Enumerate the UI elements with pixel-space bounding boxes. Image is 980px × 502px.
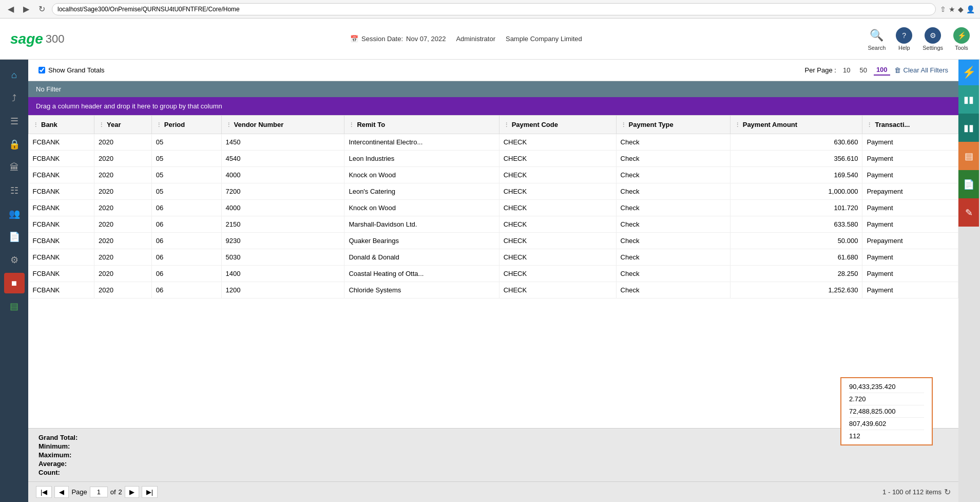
browser-profile-button[interactable]: 👤 xyxy=(966,5,975,13)
cell-amount: 169.540 xyxy=(730,167,862,183)
cell-amount: 1,252.630 xyxy=(730,282,862,299)
refresh-button[interactable]: ↻ xyxy=(36,3,48,15)
cell-vendor: 1200 xyxy=(221,282,344,299)
panel-button-4[interactable]: 📄 xyxy=(958,170,979,198)
help-button[interactable]: ? Help xyxy=(896,27,912,51)
totals-box: 90,433,235.420 2.720 72,488,825.000 807,… xyxy=(840,377,933,445)
sidebar-item-lock[interactable]: 🔒 xyxy=(4,134,25,155)
browser-star-button[interactable]: ★ xyxy=(949,5,955,13)
sidebar-item-users[interactable]: 👥 xyxy=(4,203,25,224)
tools-icon: ⚡ xyxy=(953,27,970,44)
sidebar-item-document[interactable]: 📄 xyxy=(4,227,25,247)
cell-bank: FCBANK xyxy=(29,233,94,249)
table-row[interactable]: FCBANK 2020 05 4540 Leon Industries CHEC… xyxy=(29,151,958,167)
cell-period: 05 xyxy=(151,183,221,200)
panel-button-2[interactable]: ▮▮ xyxy=(958,114,979,142)
table-container[interactable]: ⋮Bank ⋮Year ⋮Period ⋮Vendor Number ⋮Remi… xyxy=(28,115,958,428)
logo: sage 300 xyxy=(10,31,65,47)
browser-bar: ◀ ▶ ↻ ⇧ ★ ◆ 👤 xyxy=(0,0,980,18)
settings-button[interactable]: ⚙ Settings xyxy=(923,27,943,51)
cell-bank: FCBANK xyxy=(29,249,94,266)
totals-box-row-count: 112 xyxy=(849,430,924,442)
per-page-label: Per Page : xyxy=(805,66,836,74)
table-row[interactable]: FCBANK 2020 06 9230 Quaker Bearings CHEC… xyxy=(29,233,958,249)
panel-button-3[interactable]: ▤ xyxy=(958,142,979,170)
table-row[interactable]: FCBANK 2020 06 1400 Coastal Heating of O… xyxy=(29,266,958,282)
sidebar-item-menu[interactable]: ☰ xyxy=(4,111,25,132)
refresh-table-button[interactable]: ↻ xyxy=(944,487,951,497)
table-row[interactable]: FCBANK 2020 06 5030 Donald & Donald CHEC… xyxy=(29,249,958,266)
page-input[interactable] xyxy=(90,487,108,497)
table-row[interactable]: FCBANK 2020 05 4000 Knock on Wood CHECK … xyxy=(29,167,958,183)
cell-type: Check xyxy=(616,249,730,266)
browser-ext-button[interactable]: ◆ xyxy=(958,5,964,13)
cell-code: CHECK xyxy=(499,249,616,266)
col-payment-code[interactable]: ⋮Payment Code xyxy=(499,116,616,134)
first-page-button[interactable]: |◀ xyxy=(36,486,52,498)
col-payment-amount[interactable]: ⋮Payment Amount xyxy=(730,116,862,134)
tools-button[interactable]: ⚡ Tools xyxy=(953,27,970,51)
cell-type: Check xyxy=(616,167,730,183)
address-bar[interactable] xyxy=(52,3,936,15)
cell-year: 2020 xyxy=(94,183,151,200)
sidebar-item-settings2[interactable]: ⚙ xyxy=(4,250,25,270)
sidebar-item-bank[interactable]: 🏛 xyxy=(4,157,25,178)
show-totals-checkbox-label[interactable]: Show Grand Totals xyxy=(39,66,105,74)
cell-code: CHECK xyxy=(499,266,616,282)
sidebar-item-red[interactable]: ■ xyxy=(4,273,25,293)
sidebar-item-navigate[interactable]: ⤴ xyxy=(4,88,25,108)
browser-share-button[interactable]: ⇧ xyxy=(940,5,946,13)
cell-bank: FCBANK xyxy=(29,183,94,200)
sidebar-item-chart[interactable]: ▤ xyxy=(4,296,25,317)
drag-handle-period: ⋮ xyxy=(156,122,162,128)
lightning-side-button[interactable]: ⚡ xyxy=(958,60,979,85)
cell-period: 05 xyxy=(151,134,221,151)
per-page-50-button[interactable]: 50 xyxy=(857,65,869,75)
forward-button[interactable]: ▶ xyxy=(21,3,32,15)
per-page-100-button[interactable]: 100 xyxy=(874,65,890,76)
table-row[interactable]: FCBANK 2020 05 1450 Intercontinental Ele… xyxy=(29,134,958,151)
show-totals-checkbox[interactable] xyxy=(39,67,45,73)
next-page-button[interactable]: ▶ xyxy=(125,486,139,498)
cell-code: CHECK xyxy=(499,151,616,167)
cell-period: 05 xyxy=(151,151,221,167)
panel-button-1[interactable]: ▮▮ xyxy=(958,85,979,114)
app-header: sage 300 📅 Session Date: Nov 07, 2022 Ad… xyxy=(0,18,980,60)
sidebar-item-home[interactable]: ⌂ xyxy=(4,65,25,85)
cell-year: 2020 xyxy=(94,200,151,216)
settings-label: Settings xyxy=(923,45,943,51)
clear-filters-button[interactable]: 🗑 Clear All Filters xyxy=(894,66,948,74)
table-row[interactable]: FCBANK 2020 06 2150 Marshall-Davidson Lt… xyxy=(29,216,958,233)
total-row-average: Average: xyxy=(39,460,948,468)
table-row[interactable]: FCBANK 2020 05 7200 Leon's Catering CHEC… xyxy=(29,183,958,200)
sidebar-item-list[interactable]: ☷ xyxy=(4,180,25,201)
panel-button-5[interactable]: ✎ xyxy=(958,198,979,227)
col-remit-to[interactable]: ⋮Remit To xyxy=(344,116,499,134)
calendar-icon: 📅 xyxy=(350,35,358,43)
cell-vendor: 4540 xyxy=(221,151,344,167)
col-vendor-number[interactable]: ⋮Vendor Number xyxy=(221,116,344,134)
per-page-10-button[interactable]: 10 xyxy=(840,65,853,75)
admin-label: Administrator xyxy=(456,35,495,43)
prev-page-button[interactable]: ◀ xyxy=(54,486,69,498)
table-row[interactable]: FCBANK 2020 06 1200 Chloride Systems CHE… xyxy=(29,282,958,299)
cell-amount: 1,000.000 xyxy=(730,183,862,200)
back-button[interactable]: ◀ xyxy=(5,3,16,15)
cell-remit: Donald & Donald xyxy=(344,249,499,266)
cell-period: 06 xyxy=(151,266,221,282)
total-row-grandtotal: Grand Total: xyxy=(39,434,948,441)
col-payment-type[interactable]: ⋮Payment Type xyxy=(616,116,730,134)
cell-amount: 356.610 xyxy=(730,151,862,167)
col-bank[interactable]: ⋮Bank xyxy=(29,116,94,134)
search-header-button[interactable]: 🔍 Search xyxy=(868,27,886,51)
col-transaction[interactable]: ⋮Transacti... xyxy=(862,116,958,134)
table-row[interactable]: FCBANK 2020 06 4000 Knock on Wood CHECK … xyxy=(29,200,958,216)
items-info: 1 - 100 of 112 items xyxy=(882,488,941,496)
session-date-value: Nov 07, 2022 xyxy=(406,35,446,43)
cell-vendor: 2150 xyxy=(221,216,344,233)
session-date: 📅 Session Date: Nov 07, 2022 xyxy=(350,35,446,43)
cell-code: CHECK xyxy=(499,183,616,200)
last-page-button[interactable]: ▶| xyxy=(142,486,158,498)
col-year[interactable]: ⋮Year xyxy=(94,116,151,134)
col-period[interactable]: ⋮Period xyxy=(151,116,221,134)
